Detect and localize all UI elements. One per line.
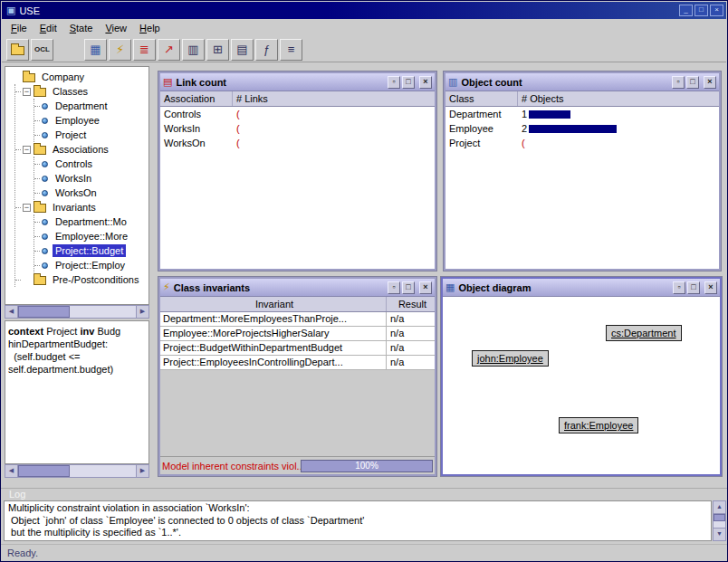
- tree-item-employee[interactable]: Employee: [34, 113, 148, 128]
- table-row[interactable]: Employee::MoreProjectsHigherSalaryn/a: [160, 327, 435, 341]
- menu-edit[interactable]: Edit: [34, 20, 63, 36]
- table-row[interactable]: Employee2: [445, 121, 719, 136]
- scroll-right-icon[interactable]: ▶: [136, 464, 149, 478]
- tree-connector: [34, 135, 40, 136]
- node-icon: [42, 103, 48, 110]
- tree-item-project-budget[interactable]: Project::Budget: [34, 243, 148, 258]
- tree-item-project-employ[interactable]: Project::Employ: [34, 258, 148, 272]
- tree-item-employee-more[interactable]: Employee::More: [34, 229, 148, 243]
- evaluate-ocl-button[interactable]: OCL: [31, 39, 53, 61]
- scroll-down-icon[interactable]: ▼: [713, 528, 726, 541]
- row-value: (: [233, 138, 435, 148]
- tree-item-workson[interactable]: WorksOn: [34, 186, 148, 200]
- scroll-up-icon[interactable]: ▲: [713, 500, 726, 514]
- table-row[interactable]: WorksIn(: [160, 121, 435, 136]
- class-invariants-iconify-button[interactable]: ▫: [388, 281, 400, 294]
- collapse-handle-icon[interactable]: −: [23, 88, 31, 96]
- table-row[interactable]: Project::EmployeesInControllingDepart...…: [160, 356, 435, 370]
- menu-file[interactable]: File: [5, 20, 34, 36]
- invariant-name: Employee::MoreProjectsHigherSalary: [160, 327, 387, 340]
- class-invariants-close-button[interactable]: ×: [419, 281, 432, 294]
- collapse-handle-icon[interactable]: −: [23, 146, 31, 154]
- tree-hscroll-track[interactable]: [18, 305, 136, 319]
- table-row[interactable]: Project::BudgetWithinDepartmentBudgetn/a: [160, 341, 435, 356]
- link-count-maximize-button[interactable]: □: [402, 76, 415, 89]
- create-class-diagram-button[interactable]: ▦: [84, 39, 107, 61]
- log-vscroll-thumb[interactable]: [714, 514, 725, 521]
- class-invariants-view-button[interactable]: ⚡: [109, 39, 131, 61]
- object-count-titlebar[interactable]: ▥ Object count ▫ □ ×: [445, 73, 719, 91]
- tree-item-worksin[interactable]: WorksIn: [34, 171, 148, 186]
- table-row[interactable]: Department::MoreEmployeesThanProje...n/a: [160, 312, 435, 327]
- tree-item-controls[interactable]: Controls: [34, 157, 148, 171]
- link-count-view-button[interactable]: ▤: [231, 39, 254, 61]
- object-count-view-button[interactable]: ⊞: [206, 39, 229, 61]
- invariants-statusbar: Model inherent constraints viol... 100%: [160, 456, 435, 474]
- row-value: 1: [518, 109, 719, 119]
- object-count-maximize-button[interactable]: □: [686, 76, 699, 89]
- tree-hscroll-thumb[interactable]: [18, 306, 70, 318]
- state-browser-view-button[interactable]: ▥: [182, 39, 205, 61]
- log-vscrollbar[interactable]: ▲ ▼: [713, 500, 726, 541]
- log-vscroll-track[interactable]: [713, 514, 726, 528]
- link-count-close-button[interactable]: ×: [419, 76, 432, 89]
- object-diagram-maximize-button[interactable]: □: [687, 281, 700, 294]
- open-specification-button[interactable]: [6, 39, 29, 61]
- window-minimize-button[interactable]: _: [679, 5, 693, 16]
- menu-help[interactable]: Help: [133, 20, 167, 36]
- class-invariants-maximize-button[interactable]: □: [402, 281, 415, 294]
- scroll-right-icon[interactable]: ▶: [136, 305, 149, 319]
- object-count-window-icon: ▥: [448, 77, 457, 87]
- menu-view[interactable]: View: [99, 20, 133, 36]
- sequence-diagram-view-button[interactable]: ƒ: [255, 39, 278, 61]
- link-count-titlebar[interactable]: ▤ Link count ▫ □ ×: [160, 73, 435, 91]
- detail-hscroll-track[interactable]: [18, 464, 136, 478]
- table-row[interactable]: Project(: [445, 136, 719, 150]
- class-extent-view-button[interactable]: ≣: [133, 39, 156, 61]
- window-maximize-button[interactable]: □: [694, 5, 708, 16]
- object-count-close-button[interactable]: ×: [704, 76, 716, 89]
- tree-item-classes[interactable]: −Classes: [15, 84, 148, 99]
- table-header: Association# Links: [160, 91, 435, 107]
- tree-item-department[interactable]: Department: [34, 99, 148, 113]
- tree-connector: [15, 91, 21, 92]
- detail-hscrollbar[interactable]: ◀ ▶: [5, 464, 149, 478]
- create-class-diagram-icon: ▦: [90, 43, 101, 55]
- table-row[interactable]: Controls(: [160, 107, 435, 121]
- collapse-handle-icon[interactable]: −: [23, 204, 31, 212]
- detail-hscroll-thumb[interactable]: [18, 465, 70, 477]
- object-diagram-close-button[interactable]: ×: [704, 281, 717, 294]
- tree-hscrollbar[interactable]: ◀ ▶: [5, 305, 149, 319]
- tree-item-invariants[interactable]: −Invariants: [15, 200, 148, 214]
- class-invariants-titlebar[interactable]: ⚡ Class invariants ▫ □ ×: [160, 279, 435, 297]
- tree-item-company[interactable]: Company: [7, 70, 148, 84]
- class-invariants-content: InvariantResultDepartment::MoreEmployees…: [160, 297, 435, 474]
- object-diagram-iconify-button[interactable]: ▫: [673, 281, 685, 294]
- association-view-button[interactable]: ↗: [158, 39, 180, 61]
- object-diagram-titlebar[interactable]: ▦ Object diagram ▫ □ ×: [443, 279, 720, 297]
- table-row[interactable]: Department1: [445, 107, 719, 121]
- open-folder-icon: [34, 204, 46, 213]
- column-header: # Objects: [518, 91, 719, 106]
- log-text[interactable]: Multiplicity constraint violation in ass…: [4, 500, 712, 541]
- open-specification-icon: [11, 46, 24, 55]
- tree-item-pre-postconditions[interactable]: Pre-/Postconditions: [15, 272, 148, 287]
- tree-connector: [34, 236, 40, 237]
- table-row[interactable]: WorksOn(: [160, 136, 435, 150]
- link-count-iconify-button[interactable]: ▫: [388, 76, 400, 89]
- tree-connector: [34, 193, 40, 194]
- window-titlebar[interactable]: ▣ USE _ □ ×: [2, 2, 726, 19]
- object-node-frank-employee[interactable]: frank:Employee: [559, 417, 638, 433]
- menu-state[interactable]: State: [63, 20, 100, 36]
- object-diagram-canvas[interactable]: cs:Departmentjohn:Employeefrank:Employee: [443, 297, 720, 474]
- object-node-john-employee[interactable]: john:Employee: [472, 350, 549, 367]
- scroll-left-icon[interactable]: ◀: [5, 305, 18, 319]
- object-count-iconify-button[interactable]: ▫: [672, 76, 685, 89]
- tree-item-department-mo[interactable]: Department::Mo: [34, 214, 148, 229]
- tree-item-project[interactable]: Project: [34, 128, 148, 142]
- scroll-left-icon[interactable]: ◀: [5, 464, 18, 478]
- window-close-button[interactable]: ×: [710, 5, 723, 16]
- tree-item-associations[interactable]: −Associations: [15, 142, 148, 157]
- command-list-view-button[interactable]: ≡: [280, 39, 302, 61]
- object-node-cs-department[interactable]: cs:Department: [606, 325, 682, 341]
